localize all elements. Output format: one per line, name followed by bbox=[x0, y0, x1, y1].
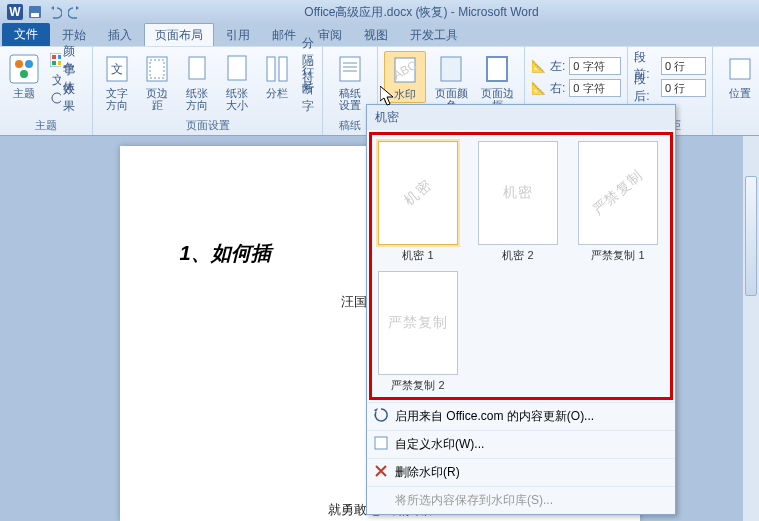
watermark-option-confidential-1[interactable]: 机密 机密 1 bbox=[376, 141, 460, 263]
watermark-button[interactable]: ABC水印 bbox=[384, 51, 426, 103]
menu-office-update[interactable]: 启用来自 Office.com 的内容更新(O)... bbox=[367, 402, 675, 430]
svg-rect-17 bbox=[147, 57, 167, 81]
watermark-text: 严禁复制 bbox=[589, 167, 647, 219]
menu-save-to-gallery: 将所选内容保存到水印库(S)... bbox=[367, 486, 675, 514]
tab-page-layout[interactable]: 页面布局 bbox=[144, 23, 214, 46]
svg-rect-11 bbox=[52, 61, 56, 65]
menu-office-update-label: 启用来自 Office.com 的内容更新(O)... bbox=[395, 409, 594, 423]
indent-right-label: 右: bbox=[550, 80, 565, 97]
watermark-caption: 严禁复制 1 bbox=[591, 248, 644, 263]
menu-custom-watermark-label: 自定义水印(W)... bbox=[395, 437, 484, 451]
tab-file[interactable]: 文件 bbox=[2, 23, 50, 46]
effects-button[interactable]: 效果 bbox=[47, 89, 86, 107]
tab-view[interactable]: 视图 bbox=[354, 24, 398, 46]
watermark-caption: 严禁复制 2 bbox=[391, 378, 444, 393]
scrollbar-thumb[interactable] bbox=[745, 176, 757, 296]
tab-references[interactable]: 引用 bbox=[216, 24, 260, 46]
indent-left-icon: 📐 bbox=[531, 59, 546, 73]
svg-rect-22 bbox=[279, 57, 287, 81]
position-label: 位置 bbox=[729, 87, 751, 99]
menu-save-to-gallery-label: 将所选内容保存到水印库(S)... bbox=[395, 493, 553, 507]
svg-rect-29 bbox=[441, 57, 461, 81]
svg-rect-10 bbox=[58, 55, 62, 59]
svg-rect-21 bbox=[267, 57, 275, 81]
svg-point-14 bbox=[52, 93, 62, 103]
position-button[interactable]: 位置 bbox=[719, 51, 759, 101]
columns-button[interactable]: 分栏 bbox=[259, 51, 295, 101]
group-themes-label: 主题 bbox=[6, 116, 86, 133]
orientation-label: 纸张方向 bbox=[181, 87, 213, 111]
svg-text:文: 文 bbox=[111, 62, 123, 76]
menu-custom-watermark[interactable]: 自定义水印(W)... bbox=[367, 430, 675, 458]
watermark-dropdown: 机密 机密 机密 1 机密 机密 2 严禁复制 严禁复制 1 严禁复制 严禁复制… bbox=[366, 104, 676, 515]
svg-rect-3 bbox=[31, 13, 39, 17]
dropdown-category-label: 机密 bbox=[367, 105, 675, 130]
tab-developer[interactable]: 开发工具 bbox=[400, 24, 468, 46]
svg-point-6 bbox=[25, 60, 33, 68]
group-paper-label: 稿纸 bbox=[329, 116, 371, 133]
size-button[interactable]: 纸张大小 bbox=[219, 51, 255, 113]
svg-text:W: W bbox=[9, 5, 21, 19]
orientation-button[interactable]: 纸张方向 bbox=[179, 51, 215, 113]
svg-rect-12 bbox=[58, 61, 62, 65]
themes-button[interactable]: 主题 bbox=[6, 51, 43, 101]
tab-review[interactable]: 审阅 bbox=[308, 24, 352, 46]
svg-rect-20 bbox=[228, 56, 246, 80]
spacing-after-input[interactable]: 0 行 bbox=[661, 79, 706, 97]
svg-rect-23 bbox=[340, 57, 360, 81]
redo-icon[interactable] bbox=[66, 3, 84, 21]
group-arrange: 位置 自动换行 bbox=[713, 47, 759, 135]
text-direction-button[interactable]: 文文字方向 bbox=[99, 51, 135, 113]
watermark-label: 水印 bbox=[394, 88, 416, 100]
hyphenation-button[interactable]: 断字 bbox=[299, 89, 317, 107]
svg-point-7 bbox=[20, 70, 28, 78]
group-themes: 主题 颜色 文字体 效果 主题 bbox=[0, 47, 93, 135]
titlebar: W Office高级应用.docx (恢复) - Microsoft Word bbox=[0, 0, 759, 24]
word-icon: W bbox=[6, 3, 24, 21]
save-icon[interactable] bbox=[26, 3, 44, 21]
watermark-option-confidential-2[interactable]: 机密 机密 2 bbox=[476, 141, 560, 263]
tab-insert[interactable]: 插入 bbox=[98, 24, 142, 46]
effects-label: 效果 bbox=[63, 81, 83, 115]
watermark-option-donotcopy-2[interactable]: 严禁复制 严禁复制 2 bbox=[376, 271, 460, 393]
tab-mailings[interactable]: 邮件 bbox=[262, 24, 306, 46]
svg-rect-30 bbox=[487, 57, 507, 81]
menu-remove-watermark[interactable]: 删除水印(R) bbox=[367, 458, 675, 486]
themes-label: 主题 bbox=[13, 87, 35, 99]
margins-label: 页边距 bbox=[141, 87, 173, 111]
window-title: Office高级应用.docx (恢复) - Microsoft Word bbox=[84, 4, 759, 21]
indent-right-input[interactable]: 0 字符 bbox=[569, 79, 621, 97]
watermark-text: 严禁复制 bbox=[388, 314, 448, 332]
svg-rect-33 bbox=[375, 437, 387, 449]
refresh-icon bbox=[373, 407, 389, 423]
svg-rect-4 bbox=[10, 55, 38, 83]
watermark-option-donotcopy-1[interactable]: 严禁复制 严禁复制 1 bbox=[576, 141, 660, 263]
svg-rect-9 bbox=[52, 55, 56, 59]
undo-icon[interactable] bbox=[46, 3, 64, 21]
svg-rect-19 bbox=[189, 57, 205, 79]
spacing-after-label: 段后: bbox=[634, 71, 657, 105]
svg-point-5 bbox=[15, 60, 23, 68]
menu-remove-watermark-label: 删除水印(R) bbox=[395, 465, 460, 479]
margins-button[interactable]: 页边距 bbox=[139, 51, 175, 113]
svg-text:文: 文 bbox=[52, 73, 62, 86]
ribbon-tabs: 文件 开始 插入 页面布局 引用 邮件 审阅 视图 开发工具 bbox=[0, 24, 759, 46]
spacing-before-input[interactable]: 0 行 bbox=[661, 57, 706, 75]
hyphenation-label: 断字 bbox=[302, 81, 314, 115]
watermark-custom-icon bbox=[373, 435, 389, 451]
text-direction-label: 文字方向 bbox=[101, 87, 133, 111]
indent-right-icon: 📐 bbox=[531, 81, 546, 95]
paper-setup-button[interactable]: 稿纸 设置 bbox=[329, 51, 371, 113]
watermark-text: 机密 bbox=[401, 176, 436, 209]
paper-setup-label: 稿纸 设置 bbox=[339, 87, 361, 111]
watermark-caption: 机密 1 bbox=[402, 248, 433, 263]
watermark-gallery: 机密 机密 1 机密 机密 2 严禁复制 严禁复制 1 严禁复制 严禁复制 2 bbox=[369, 132, 673, 400]
columns-label: 分栏 bbox=[266, 87, 288, 99]
indent-left-label: 左: bbox=[550, 58, 565, 75]
watermark-caption: 机密 2 bbox=[502, 248, 533, 263]
svg-rect-31 bbox=[730, 59, 750, 79]
quick-access-toolbar: W bbox=[6, 3, 84, 21]
vertical-scrollbar[interactable] bbox=[742, 136, 759, 521]
watermark-text: 机密 bbox=[503, 184, 533, 202]
indent-left-input[interactable]: 0 字符 bbox=[569, 57, 621, 75]
